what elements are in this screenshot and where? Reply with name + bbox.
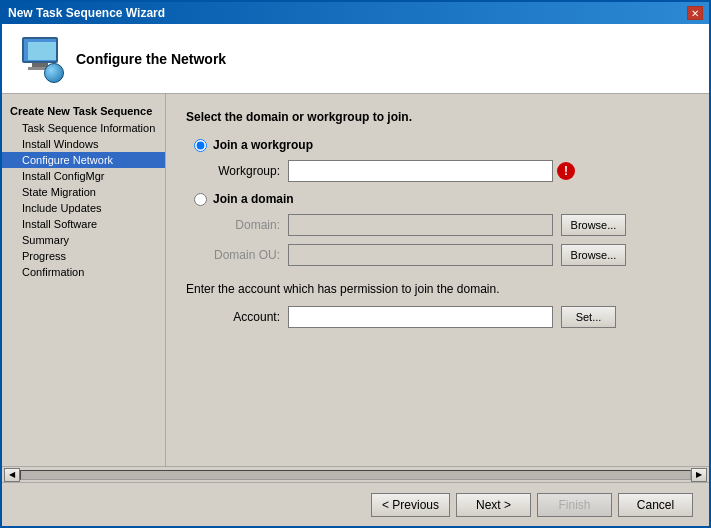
domain-input[interactable] [288, 214, 553, 236]
scrollbar-track[interactable] [20, 470, 691, 480]
header-title: Configure the Network [76, 51, 226, 67]
domain-browse-button[interactable]: Browse... [561, 214, 626, 236]
account-row: Account: Set... [186, 306, 689, 328]
sidebar-item-install-windows[interactable]: Install Windows [2, 136, 165, 152]
set-button[interactable]: Set... [561, 306, 616, 328]
header-panel: Configure the Network [2, 24, 709, 94]
main-area: Create New Task Sequence Task Sequence I… [2, 94, 709, 466]
domain-ou-row: Domain OU: Browse... [186, 244, 689, 266]
domain-label: Domain: [210, 218, 280, 232]
cancel-button[interactable]: Cancel [618, 493, 693, 517]
section-title: Select the domain or workgroup to join. [186, 110, 689, 124]
domain-row: Domain: Browse... [186, 214, 689, 236]
scroll-left-button[interactable]: ◀ [4, 468, 20, 482]
domain-ou-input[interactable] [288, 244, 553, 266]
join-workgroup-row: Join a workgroup [186, 138, 689, 152]
sidebar-item-progress[interactable]: Progress [2, 248, 165, 264]
workgroup-input-wrap: ! [288, 160, 575, 182]
close-button[interactable]: ✕ [687, 6, 703, 20]
workgroup-input[interactable] [288, 160, 553, 182]
join-domain-label[interactable]: Join a domain [213, 192, 294, 206]
title-bar: New Task Sequence Wizard ✕ [2, 2, 709, 24]
join-domain-radio[interactable] [194, 193, 207, 206]
account-desc: Enter the account which has permission t… [186, 282, 689, 296]
sidebar-item-state-migration[interactable]: State Migration [2, 184, 165, 200]
domain-ou-browse-button[interactable]: Browse... [561, 244, 626, 266]
window-title: New Task Sequence Wizard [8, 6, 165, 20]
join-workgroup-label[interactable]: Join a workgroup [213, 138, 313, 152]
footer: < Previous Next > Finish Cancel [2, 482, 709, 526]
join-domain-row: Join a domain [186, 192, 689, 206]
sidebar-item-summary[interactable]: Summary [2, 232, 165, 248]
sidebar-item-confirmation[interactable]: Confirmation [2, 264, 165, 280]
sidebar-group-label: Create New Task Sequence [2, 102, 165, 120]
scrollbar-area: ◀ ▶ [2, 466, 709, 482]
sidebar-item-install-configmgr[interactable]: Install ConfigMgr [2, 168, 165, 184]
join-workgroup-radio[interactable] [194, 139, 207, 152]
account-section: Enter the account which has permission t… [186, 282, 689, 328]
workgroup-row: Workgroup: ! [186, 160, 689, 182]
sidebar-item-include-updates[interactable]: Include Updates [2, 200, 165, 216]
sidebar: Create New Task Sequence Task Sequence I… [2, 94, 166, 466]
next-button[interactable]: Next > [456, 493, 531, 517]
finish-button[interactable]: Finish [537, 493, 612, 517]
sidebar-item-configure-network[interactable]: Configure Network [2, 152, 165, 168]
sidebar-item-install-software[interactable]: Install Software [2, 216, 165, 232]
domain-ou-label: Domain OU: [210, 248, 280, 262]
workgroup-label: Workgroup: [210, 164, 280, 178]
wizard-window: New Task Sequence Wizard ✕ Configure the… [0, 0, 711, 528]
previous-button[interactable]: < Previous [371, 493, 450, 517]
account-label: Account: [210, 310, 280, 324]
workgroup-error-icon: ! [557, 162, 575, 180]
scroll-right-button[interactable]: ▶ [691, 468, 707, 482]
content-area: Select the domain or workgroup to join. … [166, 94, 709, 466]
account-input[interactable] [288, 306, 553, 328]
sidebar-item-task-sequence-information[interactable]: Task Sequence Information [2, 120, 165, 136]
header-icon [16, 35, 64, 83]
